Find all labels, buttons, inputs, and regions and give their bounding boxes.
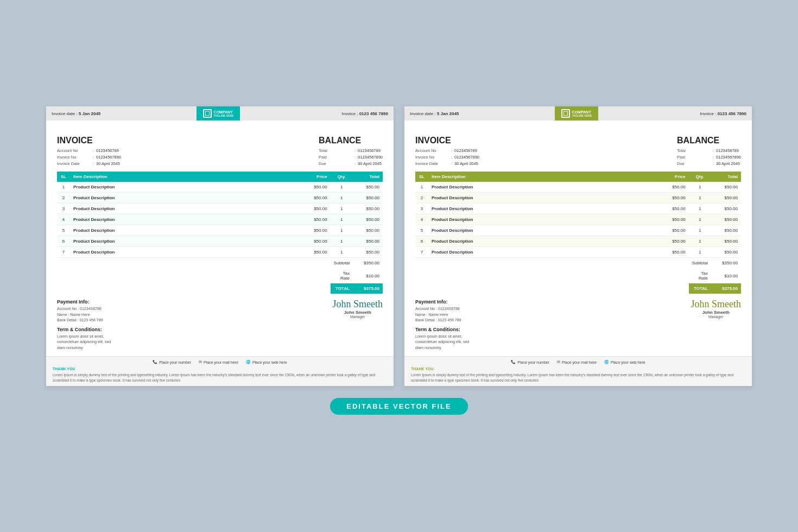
- invoice-body-olive: INVOICE Account No:0123456789 Invoice No…: [404, 121, 752, 356]
- bottom-section-teal: Payment Info: Account No : 01234S6788 Na…: [57, 294, 383, 327]
- payment-info-teal: Payment Info: Account No : 01234S6788 Na…: [57, 299, 103, 324]
- balance-title-olive: BALANCE: [677, 136, 741, 145]
- header-invoice-num-olive: Invoice : 0123 456 7890: [598, 107, 752, 120]
- footer-contacts-olive: 📞Place your number ✉Place your mail here…: [411, 360, 745, 364]
- invoice-table-olive: SL Item Description Price Qty. Total 1 P…: [415, 172, 741, 294]
- header-logo-teal: COMPANY TAGLINE HERE: [197, 106, 240, 121]
- info-section-teal: INVOICE Account No:0123456789 Invoice No…: [57, 129, 383, 172]
- total-row: TOTAL $375.00: [57, 283, 383, 294]
- tax-row-olive: Tax Rate $10.00: [415, 268, 741, 283]
- signature-teal: John Smeeth John Smeeth Manager: [333, 299, 383, 319]
- logo-icon-teal: [203, 109, 212, 118]
- table-row: 5 Product Description $50.00 1 $50.00: [415, 225, 741, 236]
- phone-icon-olive: 📞: [511, 360, 516, 364]
- header-bar-teal: Invoice date : 5 Jan 2045 COMPANY TAGLIN…: [46, 106, 394, 121]
- invoice-details-teal: Account No:0123456789 Invoice No:0123456…: [57, 148, 121, 167]
- info-section-olive: INVOICE Account No:0123456789 Invoice No…: [415, 129, 741, 172]
- table-row: 4 Product Description $50.00 1 $50.00: [57, 214, 383, 225]
- table-row: 7 Product Description $50.00 1 $50.00: [57, 247, 383, 258]
- invoice-title-teal: INVOICE: [57, 136, 121, 145]
- phone-icon: 📞: [153, 360, 157, 364]
- editable-badge: EDITABLE VECTOR FILE: [330, 398, 467, 415]
- balance-title-teal: BALANCE: [319, 136, 383, 145]
- table-row: 1 Product Description $50.00 1 $50.00: [57, 182, 383, 193]
- table-row: 6 Product Description $50.00 1 $50.00: [57, 236, 383, 247]
- web-icon: 🌐: [246, 360, 251, 364]
- invoice-title-olive: INVOICE: [415, 136, 479, 145]
- logo-icon-olive: [561, 109, 570, 118]
- header-bar-olive: Invoice date : 5 Jan 2045 COMPANY TAGLIN…: [404, 106, 752, 121]
- balance-info-teal: BALANCE Total:0123456789 Paid:0123456789…: [319, 136, 383, 167]
- payment-info-olive: Payment Info: Account No : 01234S6788 Na…: [415, 299, 461, 324]
- header-logo-olive: COMPANY TAGLINE HERE: [555, 106, 599, 121]
- mail-icon: ✉: [199, 360, 202, 364]
- invoice-info-olive: INVOICE Account No:0123456789 Invoice No…: [415, 136, 479, 167]
- invoice-card-teal: Invoice date : 5 Jan 2045 COMPANY TAGLIN…: [46, 106, 394, 385]
- main-container: Invoice date : 5 Jan 2045 COMPANY TAGLIN…: [16, 106, 782, 385]
- balance-details-teal: Total:0123456789 Paid:01234567890 Due:30…: [319, 148, 383, 167]
- footer-contacts-teal: 📞Place your number ✉Place your mail here…: [53, 360, 387, 364]
- table-row: 2 Product Description $50.00 1 $50.00: [415, 193, 741, 204]
- subtotal-row-olive: Subtotal $350.00: [415, 258, 741, 269]
- terms-olive: Term & Conditions: Lorem ipsum dolor sit…: [415, 327, 741, 351]
- invoice-card-olive: Invoice date : 5 Jan 2045 COMPANY TAGLIN…: [404, 106, 752, 385]
- table-row: 3 Product Description $50.00 1 $50.00: [57, 204, 383, 214]
- signature-olive: John Smeeth John Smeeth Manager: [691, 299, 742, 319]
- mail-icon-olive: ✉: [557, 360, 560, 364]
- table-row: 6 Product Description $50.00 1 $50.00: [415, 236, 741, 247]
- balance-info-olive: BALANCE Total:0123456789 Paid:0123456789…: [677, 136, 741, 167]
- web-icon-olive: 🌐: [604, 360, 609, 364]
- table-row: 2 Product Description $50.00 1 $50.00: [57, 193, 383, 204]
- footer-teal: 📞Place your number ✉Place your mail here…: [46, 356, 394, 385]
- subtotal-row: Subtotal $350.00: [57, 258, 383, 269]
- invoice-details-olive: Account No:0123456789 Invoice No:0123456…: [415, 148, 479, 167]
- tax-row: Tax Rate $10.00: [57, 268, 383, 283]
- table-row: 3 Product Description $50.00 1 $50.00: [415, 204, 741, 214]
- balance-details-olive: Total:0123456789 Paid:01234567890 Due:30…: [677, 148, 741, 167]
- invoice-body-teal: INVOICE Account No:0123456789 Invoice No…: [46, 121, 394, 356]
- footer-olive: 📞Place your number ✉Place your mail here…: [404, 356, 752, 385]
- bottom-section-olive: Payment Info: Account No : 01234S6788 Na…: [415, 294, 741, 327]
- header-date-teal: Invoice date : 5 Jan 2045: [46, 107, 197, 120]
- table-row: 5 Product Description $50.00 1 $50.00: [57, 225, 383, 236]
- invoice-table-teal: SL Item Description Price Qty. Total 1 P…: [57, 172, 383, 294]
- header-invoice-num-teal: Invoice : 0123 456 7890: [240, 107, 394, 120]
- invoice-info-teal: INVOICE Account No:0123456789 Invoice No…: [57, 136, 121, 167]
- table-row: 7 Product Description $50.00 1 $50.00: [415, 247, 741, 258]
- table-row: 1 Product Description $50.00 1 $50.00: [415, 182, 741, 193]
- terms-teal: Term & Conditions: Lorem ipsum dolor sit…: [57, 327, 383, 351]
- header-date-olive: Invoice date : 5 Jan 2045: [404, 107, 555, 120]
- total-row-olive: TOTAL $375.00: [415, 283, 741, 294]
- table-row: 4 Product Description $50.00 1 $50.00: [415, 214, 741, 225]
